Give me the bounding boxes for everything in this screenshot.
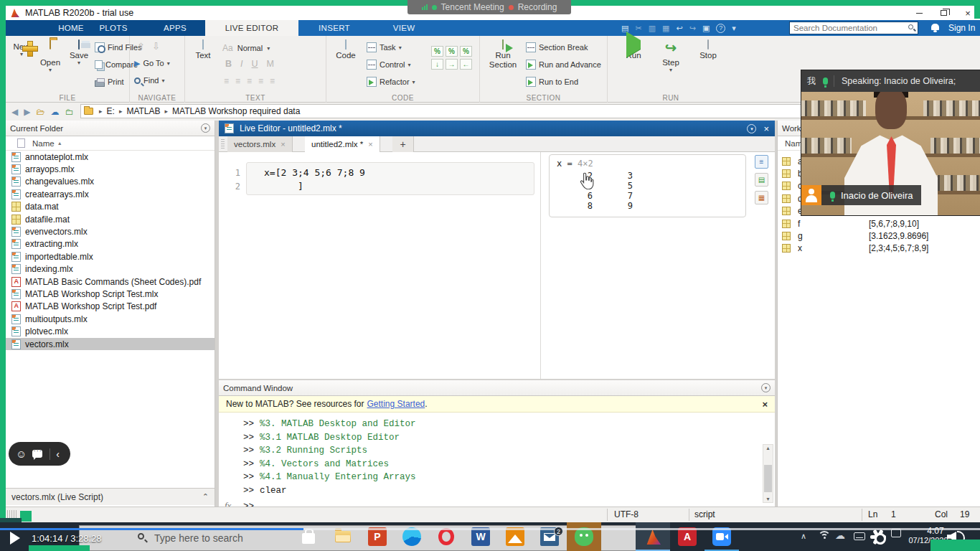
- breadcrumb-item[interactable]: MATLAB Workshop required data: [172, 106, 300, 116]
- help-icon[interactable]: ?: [716, 24, 725, 33]
- minimize-button[interactable]: [907, 6, 931, 20]
- tab-close-icon[interactable]: ×: [281, 140, 285, 149]
- search-documentation-input[interactable]: [789, 22, 918, 34]
- onedrive-cloud-icon[interactable]: ☁: [835, 529, 845, 541]
- file-row[interactable]: data.mat: [6, 201, 215, 213]
- output-right-view-button[interactable]: ▤: [755, 173, 768, 187]
- taskbar-app[interactable]: P: [360, 522, 395, 551]
- file-row[interactable]: extracting.mlx: [6, 238, 215, 250]
- open-button[interactable]: Open▾: [36, 40, 65, 72]
- file-row[interactable]: datafile.mat: [6, 213, 215, 225]
- close-button[interactable]: ×: [956, 6, 980, 20]
- list-format-icon[interactable]: ≡: [270, 76, 275, 86]
- breadcrumb-item[interactable]: MATLAB: [126, 106, 160, 116]
- go-to-button[interactable]: ▶ Go To▾: [134, 56, 170, 70]
- forward-icon[interactable]: ▶: [24, 107, 30, 117]
- status-grip-caret-icon[interactable]: ▴: [20, 511, 23, 517]
- step-button[interactable]: ↪ Step▾: [655, 40, 687, 72]
- stop-button[interactable]: Stop: [692, 40, 724, 60]
- editor-output-divider[interactable]: [540, 152, 541, 379]
- file-row[interactable]: evenvectors.mlx: [6, 225, 215, 237]
- breadcrumb-item[interactable]: E:: [107, 106, 115, 116]
- workspace-variable-row[interactable]: f [5,6,7;8,9,10]: [778, 217, 980, 230]
- file-row[interactable]: importedtable.mlx: [6, 250, 215, 263]
- run-to-end-button[interactable]: Run to End: [526, 75, 578, 89]
- panel-menu-icon[interactable]: ▾: [761, 383, 771, 392]
- taskbar-app[interactable]: [326, 522, 360, 551]
- up-folder-icon[interactable]: 🗁: [36, 107, 44, 117]
- banner-close-icon[interactable]: ×: [762, 399, 768, 410]
- taskbar-app[interactable]: [567, 522, 601, 551]
- editor-body[interactable]: 1 2 x=[2 3;4 5;6 7;8 9 ] x = 4×2 2: [219, 152, 775, 379]
- navigate-down-icon[interactable]: ⇩: [152, 41, 160, 52]
- taskbar-app[interactable]: [601, 522, 636, 551]
- switch-window-icon[interactable]: ▣: [702, 24, 710, 33]
- taskbar-app[interactable]: [532, 522, 567, 551]
- workspace-variable-row[interactable]: x [2,3;4,5;6,7;8,9]: [778, 242, 980, 255]
- restore-button[interactable]: [931, 6, 956, 20]
- comment-tool-icon[interactable]: %: [460, 46, 472, 57]
- navigate-up-icon[interactable]: ⇧: [137, 41, 145, 52]
- print-button[interactable]: Print: [95, 75, 124, 89]
- scrollbar-thumb[interactable]: [764, 465, 772, 492]
- panel-close-icon[interactable]: ×: [763, 123, 769, 134]
- text-button[interactable]: Text: [189, 40, 217, 60]
- comment-tool-icon[interactable]: →: [446, 59, 458, 70]
- tab-vectors-mlx[interactable]: vectors.mlx×: [227, 136, 293, 152]
- tab-close-icon[interactable]: ×: [368, 140, 372, 149]
- taskbar-app[interactable]: [429, 522, 463, 551]
- notification-bell-icon[interactable]: [931, 24, 939, 30]
- run-button[interactable]: Run: [618, 40, 649, 60]
- redo-icon[interactable]: ↪: [689, 24, 696, 33]
- wifi-icon[interactable]: [818, 531, 831, 541]
- touch-keyboard-icon[interactable]: [854, 532, 865, 540]
- webcam-overlay[interactable]: 我 Speaking: Inacio de Oliveira; Inacio d: [801, 70, 980, 215]
- text-style-dropdown[interactable]: Normal: [237, 44, 263, 52]
- code-block[interactable]: x=[2 3;4 5;6 7;8 9 ]: [246, 162, 534, 195]
- file-row[interactable]: MATLAB Basic Commands (Sheet Codes).pdf: [6, 276, 215, 288]
- run-section-button[interactable]: Run Section: [486, 40, 520, 70]
- file-row[interactable]: vectors.mlx: [6, 338, 215, 350]
- file-row[interactable]: createarrays.mlx: [6, 188, 215, 200]
- control-button[interactable]: Control▾: [367, 57, 410, 72]
- bold-button[interactable]: B: [225, 59, 232, 69]
- taskbar-app[interactable]: W: [463, 522, 498, 551]
- console[interactable]: >>%3. MATLAB Desktop and Editor >>%3.1 M…: [219, 413, 775, 506]
- section-break-button[interactable]: Section Break: [526, 40, 588, 55]
- browse-folder-icon[interactable]: 🗀: [65, 107, 73, 117]
- task-button[interactable]: Task▾: [367, 40, 402, 55]
- new-tab-button[interactable]: +: [392, 136, 414, 152]
- new-button[interactable]: New▾: [7, 40, 36, 57]
- tab-insert[interactable]: INSERT: [306, 20, 363, 36]
- file-row[interactable]: indexing.mlx: [6, 263, 215, 276]
- output-inline-view-button[interactable]: ≡: [755, 155, 768, 169]
- tab-live-editor[interactable]: LIVE EDITOR: [205, 20, 298, 36]
- tray-expand-icon[interactable]: ∧: [801, 532, 806, 551]
- undo-icon[interactable]: ↩: [676, 24, 682, 33]
- file-row[interactable]: MATLAB Workshop Script Test.pdf: [6, 301, 215, 313]
- video-volume-icon[interactable]: [947, 529, 967, 544]
- meeting-status-bar[interactable]: Tencent Meeting Recording: [407, 0, 571, 14]
- scroll-down-icon[interactable]: ▾: [763, 496, 773, 502]
- file-row[interactable]: multioutputs.mlx: [6, 313, 215, 325]
- taskbar-app[interactable]: [498, 522, 532, 551]
- taskbar-app[interactable]: [395, 522, 429, 551]
- getting-started-link[interactable]: Getting Started: [367, 399, 425, 409]
- list-format-icon[interactable]: ≡: [247, 76, 252, 86]
- comment-tool-icon[interactable]: ←: [460, 59, 472, 70]
- taskbar-app[interactable]: [291, 522, 326, 551]
- scroll-up-icon[interactable]: ▴: [763, 445, 773, 451]
- chat-bubble-icon[interactable]: [32, 450, 42, 458]
- console-scrollbar[interactable]: ▴ ▾: [763, 444, 773, 503]
- video-play-button[interactable]: [10, 532, 20, 545]
- file-row[interactable]: changevalues.mlx: [6, 176, 215, 188]
- selected-file-bar[interactable]: vectors.mlx (Live Script) ⌃: [6, 488, 215, 505]
- code-button[interactable]: Code: [332, 40, 359, 60]
- italic-button[interactable]: I: [240, 59, 242, 69]
- workspace-variable-row[interactable]: g [3.1623,9.8696]: [778, 230, 980, 242]
- output-hide-view-button[interactable]: ▦: [755, 191, 768, 204]
- file-row[interactable]: arrayops.mlx: [6, 163, 215, 175]
- toolbar-dropdown-icon[interactable]: ▾: [732, 24, 736, 33]
- list-format-icon[interactable]: ≡: [235, 76, 240, 86]
- sign-in-link[interactable]: Sign In: [948, 20, 975, 36]
